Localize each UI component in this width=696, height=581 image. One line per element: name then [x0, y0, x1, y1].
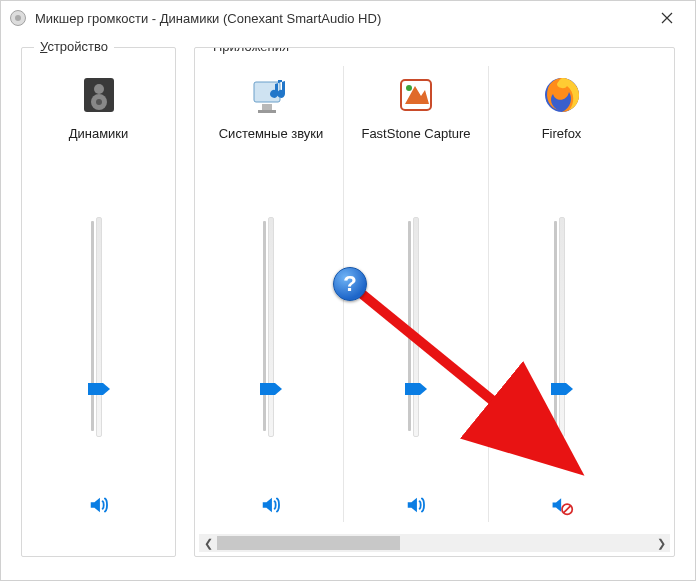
svg-line-13: [563, 506, 570, 513]
svg-point-10: [406, 85, 412, 91]
scroll-thumb[interactable]: [217, 536, 400, 550]
scroll-left-arrow[interactable]: ❮: [199, 534, 217, 552]
applications-group: Приложения Системные звуки: [194, 47, 675, 557]
column-faststone: FastStone Capture: [344, 66, 489, 522]
firefox-label[interactable]: Firefox: [542, 126, 582, 162]
faststone-slider[interactable]: [405, 217, 427, 437]
column-firefox: Firefox: [489, 66, 634, 522]
titlebar: Микшер громкости - Динамики (Conexant Sm…: [1, 1, 695, 35]
faststone-icon[interactable]: [395, 74, 437, 116]
content-area: Устройство Динамики: [1, 35, 695, 580]
firefox-slider[interactable]: [551, 217, 573, 437]
system-sounds-slider[interactable]: [260, 217, 282, 437]
svg-point-1: [15, 15, 21, 21]
faststone-label[interactable]: FastStone Capture: [361, 126, 470, 162]
speakers-slider[interactable]: [88, 217, 110, 437]
speakers-icon[interactable]: [78, 74, 120, 116]
scroll-right-arrow[interactable]: ❯: [652, 534, 670, 552]
system-sounds-icon[interactable]: [250, 74, 292, 116]
column-system-sounds: Системные звуки: [199, 66, 344, 522]
column-speakers: Динамики: [26, 66, 171, 522]
speakers-mute-button[interactable]: [86, 492, 112, 518]
device-group: Устройство Динамики: [21, 47, 176, 557]
svg-point-5: [96, 99, 102, 105]
device-group-label: Устройство: [34, 39, 114, 54]
faststone-mute-button[interactable]: [403, 492, 429, 518]
system-sounds-mute-button[interactable]: [258, 492, 284, 518]
firefox-icon[interactable]: [541, 74, 583, 116]
applications-group-label: Приложения: [207, 47, 295, 54]
horizontal-scrollbar[interactable]: ❮ ❯: [199, 534, 670, 552]
close-button[interactable]: [647, 3, 687, 33]
svg-point-3: [94, 84, 104, 94]
window-title: Микшер громкости - Динамики (Conexant Sm…: [35, 11, 381, 26]
speaker-device-icon: [9, 9, 27, 27]
firefox-mute-button[interactable]: [549, 492, 575, 518]
volume-mixer-window: Микшер громкости - Динамики (Conexant Sm…: [0, 0, 696, 581]
svg-rect-7: [262, 104, 272, 110]
scroll-track[interactable]: [217, 534, 652, 552]
svg-rect-8: [258, 110, 276, 113]
speakers-label[interactable]: Динамики: [69, 126, 129, 162]
system-sounds-label[interactable]: Системные звуки: [219, 126, 324, 162]
